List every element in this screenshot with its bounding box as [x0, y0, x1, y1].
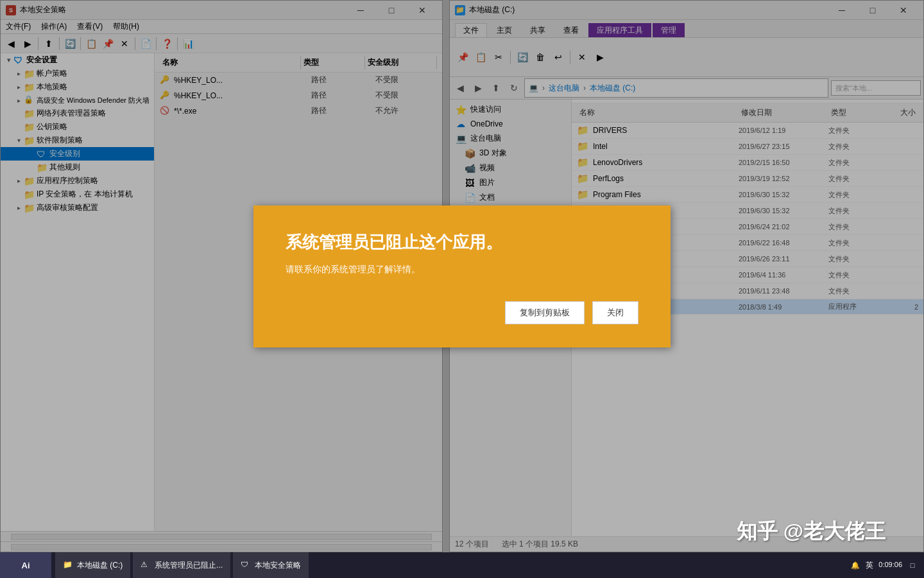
taskbar-lang[interactable]: 英 — [866, 560, 873, 571]
taskbar-item-secpolicy[interactable]: 🛡 本地安全策略 — [233, 552, 309, 578]
taskbar: 📁 本地磁盘 (C:) ⚠ 系统管理员已阻止... 🛡 本地安全策略 🔔 英 0… — [0, 552, 924, 578]
close-dialog-btn[interactable]: 关闭 — [592, 301, 638, 324]
taskbar-right: 🔔 英 0:09:06 □ — [844, 560, 924, 571]
dialog-overlay: 系统管理员已阻止这个应用。 请联系你的系统管理员了解详情。 复制到剪贴板 关闭 — [0, 0, 924, 552]
taskbar-items: 📁 本地磁盘 (C:) ⚠ 系统管理员已阻止... 🛡 本地安全策略 — [54, 552, 844, 578]
ai-button[interactable]: Ai — [0, 552, 51, 578]
taskbar-folder-icon: 📁 — [63, 560, 73, 570]
taskbar-warning-icon: ⚠ — [141, 560, 151, 570]
copy-to-clipboard-btn[interactable]: 复制到剪贴板 — [505, 301, 585, 324]
time-display: 0:09:06 — [878, 560, 902, 570]
taskbar-item-label-1: 系统管理员已阻止... — [155, 560, 223, 571]
taskbar-action-center[interactable]: □ — [907, 560, 918, 570]
taskbar-item-label-2: 本地安全策略 — [255, 560, 301, 571]
taskbar-item-label-0: 本地磁盘 (C:) — [77, 560, 123, 571]
taskbar-time: 0:09:06 — [878, 560, 902, 570]
dialog-box: 系统管理员已阻止这个应用。 请联系你的系统管理员了解详情。 复制到剪贴板 关闭 — [253, 206, 671, 347]
taskbar-item-explorer[interactable]: 📁 本地磁盘 (C:) — [55, 552, 130, 578]
dialog-subtitle: 请联系你的系统管理员了解详情。 — [286, 264, 638, 276]
dialog-buttons: 复制到剪贴板 关闭 — [286, 301, 638, 324]
taskbar-notification-icon[interactable]: 🔔 — [850, 560, 860, 570]
taskbar-item-dialog[interactable]: ⚠ 系统管理员已阻止... — [133, 552, 230, 578]
taskbar-shield-icon: 🛡 — [241, 560, 251, 570]
dialog-title: 系统管理员已阻止这个应用。 — [286, 231, 638, 254]
